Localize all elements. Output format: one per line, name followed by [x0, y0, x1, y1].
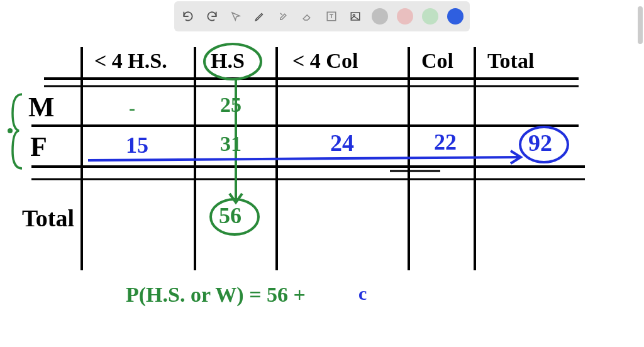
header-col: Col: [421, 49, 453, 73]
row-f-label: F: [30, 131, 47, 163]
eraser-icon[interactable]: [300, 9, 315, 24]
row-m-label: M: [28, 91, 55, 123]
whiteboard-canvas[interactable]: < 4 H.S. H.S < 4 Col Col Total M - 25 F …: [0, 31, 644, 347]
pencil-icon[interactable]: [252, 9, 267, 24]
header-total: Total: [487, 49, 534, 73]
cell-m-hs: 25: [220, 93, 242, 117]
cell-m-lt4hs: -: [129, 97, 135, 119]
tools-icon[interactable]: [276, 9, 291, 24]
cell-f-lt4col: 24: [330, 129, 354, 157]
cell-f-col: 22: [434, 129, 457, 155]
undo-icon[interactable]: [180, 9, 196, 24]
row-total-label: Total: [22, 204, 74, 232]
toolbar: [174, 1, 470, 31]
header-hs: H.S: [211, 49, 245, 73]
equation-cursor: c: [358, 283, 367, 304]
redo-icon[interactable]: [204, 9, 219, 24]
header-lt4col: < 4 Col: [292, 49, 358, 73]
image-icon[interactable]: [348, 9, 363, 24]
scrollbar-vertical[interactable]: [638, 6, 643, 44]
equation: P(H.S. or W) = 56 +: [126, 283, 306, 307]
color-gray[interactable]: [372, 8, 388, 25]
color-blue[interactable]: [447, 8, 464, 25]
cell-f-lt4hs: 15: [126, 132, 148, 158]
text-icon[interactable]: [324, 9, 339, 24]
cell-total-hs: 56: [219, 202, 242, 229]
table-grid: [0, 31, 644, 347]
pointer-icon[interactable]: [228, 9, 243, 24]
color-green[interactable]: [422, 8, 438, 25]
color-pink[interactable]: [397, 8, 413, 25]
header-lt4hs: < 4 H.S.: [94, 49, 167, 73]
cell-f-total: 92: [528, 129, 552, 157]
svg-point-5: [8, 128, 13, 133]
cell-f-hs: 31: [220, 132, 242, 156]
